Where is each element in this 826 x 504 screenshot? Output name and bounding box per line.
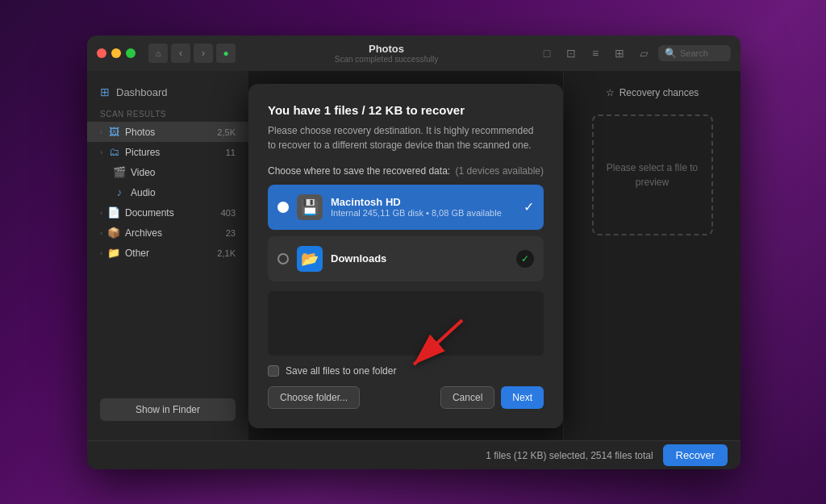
check-green-icon: ✓ [516, 250, 534, 268]
choose-folder-button[interactable]: Choose folder... [268, 386, 360, 409]
other-icon: 📁 [107, 247, 120, 259]
chevron-right-icon: › [100, 249, 102, 257]
choose-label-text: Choose where to save the recovered data: [268, 165, 450, 177]
star-icon: ☆ [606, 87, 615, 98]
save-all-checkbox[interactable] [268, 365, 279, 377]
device-name: Macintosh HD [331, 196, 515, 208]
dialog-description: Please choose recovery destination. It i… [268, 123, 544, 152]
search-bar[interactable]: 🔍 Search [658, 45, 731, 61]
dialog-footer: Choose folder... Cancel Next [268, 386, 544, 409]
device-item-downloads[interactable]: 📂 Downloads ✓ [268, 236, 544, 281]
right-panel: ☆ Recovery chances Please select a file … [563, 71, 740, 440]
hdd-icon: 💾 [297, 194, 323, 220]
scan-results-label: Scan results [87, 103, 248, 122]
documents-count: 403 [221, 208, 236, 218]
device-list: 💾 Macintosh HD Internal 245,11 GB disk •… [268, 185, 544, 281]
device-name: Downloads [331, 252, 508, 264]
preview-placeholder-text: Please select a file to preview [594, 160, 711, 190]
search-icon: 🔍 [665, 48, 677, 59]
nav-controls: ⌂ ‹ › ● [148, 44, 236, 63]
recovery-chances-header: ☆ Recovery chances [606, 87, 699, 98]
sidebar-item-audio[interactable]: ♪ Audio [87, 182, 248, 202]
radio-unselected-icon [277, 253, 289, 264]
pictures-icon: 🗂 [107, 146, 120, 158]
dialog-overlay: You have 1 files / 12 KB to recover Plea… [248, 71, 563, 440]
sidebar-footer: Show in Finder [87, 389, 248, 431]
app-window: ⌂ ‹ › ● Photos Scan completed successful… [87, 35, 740, 469]
pictures-count: 11 [226, 148, 236, 157]
show-in-finder-button[interactable]: Show in Finder [100, 398, 236, 421]
audio-icon: ♪ [113, 186, 126, 198]
title-center: Photos Scan completed successfully [242, 43, 531, 64]
other-count: 2,1K [217, 248, 236, 258]
traffic-lights [97, 48, 136, 58]
checkbox-row: Save all files to one folder [268, 365, 544, 377]
sidebar-item-documents[interactable]: › 📄 Documents 403 [87, 202, 248, 223]
archives-count: 23 [226, 228, 236, 238]
video-icon: 🎬 [113, 166, 126, 178]
dialog-right-buttons: Cancel Next [440, 386, 544, 409]
sidebar-item-dashboard[interactable]: ⊞ Dashboard [87, 81, 248, 103]
cancel-button[interactable]: Cancel [440, 386, 494, 409]
grid-icon[interactable]: ⊡ [561, 44, 581, 63]
device-info: Macintosh HD Internal 245,11 GB disk • 8… [331, 196, 515, 218]
devices-available: (1 devices available) [456, 165, 544, 177]
radio-selected-icon [277, 202, 289, 213]
folder-icon: 📂 [297, 246, 323, 272]
list-icon[interactable]: ≡ [586, 44, 605, 63]
photos-count: 2,5K [217, 127, 236, 137]
window-subtitle: Scan completed successfully [242, 55, 531, 64]
dashboard-icon: ⊞ [100, 85, 110, 98]
status-text: 1 files (12 KB) selected, 2514 files tot… [100, 450, 653, 461]
chevron-right-icon: › [100, 229, 102, 237]
sidebar-item-other[interactable]: › 📁 Other 2,1K [87, 243, 248, 263]
next-button[interactable]: Next [501, 386, 544, 409]
panel-icon[interactable]: ▱ [634, 44, 653, 63]
recovery-dialog: You have 1 files / 12 KB to recover Plea… [248, 84, 563, 428]
archives-label: Archives [125, 227, 162, 239]
documents-icon: 📄 [107, 206, 120, 219]
archives-icon: 📦 [107, 227, 120, 239]
documents-label: Documents [125, 207, 174, 219]
sidebar-item-pictures[interactable]: › 🗂 Pictures 11 [87, 142, 248, 162]
home-button[interactable]: ⌂ [148, 44, 168, 63]
device-details: Internal 245,11 GB disk • 8,08 GB availa… [331, 208, 515, 218]
chevron-right-icon: › [100, 209, 102, 217]
titlebar-actions: □ ⊡ ≡ ⊞ ▱ 🔍 Search [537, 44, 731, 63]
check-icon: ✓ [524, 199, 534, 215]
minimize-button[interactable] [111, 48, 121, 58]
sidebar-item-video[interactable]: 🎬 Video [87, 162, 248, 182]
back-button[interactable]: ‹ [171, 44, 190, 63]
sidebar-item-archives[interactable]: › 📦 Archives 23 [87, 223, 248, 243]
content-area: ⊞ Dashboard Scan results › 🖼 Photos 2,5K… [87, 71, 740, 440]
sidebar: ⊞ Dashboard Scan results › 🖼 Photos 2,5K… [87, 71, 248, 440]
photos-icon: 🖼 [107, 126, 120, 138]
device-info: Downloads [331, 252, 508, 264]
chevron-right-icon: › [100, 128, 102, 136]
dialog-title: You have 1 files / 12 KB to recover [268, 103, 544, 117]
main-panel: You have 1 files / 12 KB to recover Plea… [248, 71, 563, 440]
window-title: Photos [242, 43, 531, 55]
recovery-chances-label: Recovery chances [620, 87, 699, 98]
empty-devices-area [268, 291, 544, 356]
dialog-choose-label: Choose where to save the recovered data:… [268, 165, 544, 177]
sidebar-item-photos[interactable]: › 🖼 Photos 2,5K [87, 122, 248, 142]
search-label: Search [680, 48, 708, 58]
pictures-label: Pictures [125, 147, 160, 158]
recover-button[interactable]: Recover [663, 444, 728, 466]
dashboard-label: Dashboard [116, 86, 168, 98]
photos-label: Photos [125, 127, 155, 138]
share-icon[interactable]: □ [537, 44, 557, 63]
status-bar: 1 files (12 KB) selected, 2514 files tot… [87, 440, 740, 469]
device-item-macintosh-hd[interactable]: 💾 Macintosh HD Internal 245,11 GB disk •… [268, 185, 544, 230]
other-label: Other [125, 248, 149, 259]
titlebar: ⌂ ‹ › ● Photos Scan completed successful… [87, 35, 740, 71]
columns-icon[interactable]: ⊞ [610, 44, 629, 63]
forward-button[interactable]: › [194, 44, 213, 63]
checkbox-label: Save all files to one folder [286, 365, 396, 377]
maximize-button[interactable] [126, 48, 136, 58]
preview-area: Please select a file to preview [592, 115, 713, 235]
close-button[interactable] [97, 48, 106, 58]
chevron-right-icon: › [100, 148, 102, 156]
audio-label: Audio [131, 187, 156, 198]
